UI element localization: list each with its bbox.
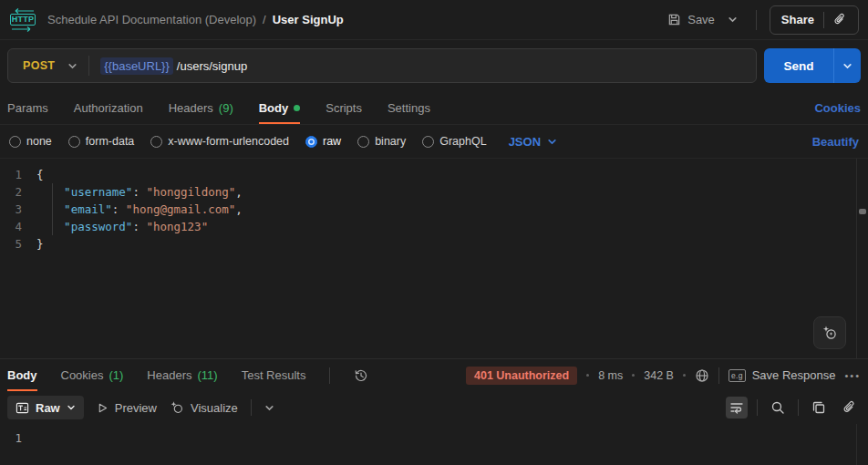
raw-view-label: Raw xyxy=(36,401,60,415)
body-modified-dot-icon xyxy=(294,105,300,111)
breadcrumb-request-name[interactable]: User SignUp xyxy=(273,13,344,26)
body-type-radio-none[interactable]: none xyxy=(9,135,52,148)
save-icon xyxy=(667,13,681,26)
send-options-chevron[interactable] xyxy=(833,48,861,83)
header-actions: Save Share xyxy=(666,5,859,35)
method-chevron-icon[interactable] xyxy=(67,61,88,71)
tab-scripts[interactable]: Scripts xyxy=(326,91,362,124)
postbot-assistant-button[interactable] xyxy=(813,316,846,349)
headers-count-badge: (9) xyxy=(219,101,233,115)
code-line: 4 "password": "hong123" xyxy=(0,218,868,235)
wrap-text-button[interactable] xyxy=(726,397,748,418)
body-type-radio-binary[interactable]: binary xyxy=(357,135,406,148)
tab-body[interactable]: Body xyxy=(259,91,301,124)
body-format-select[interactable]: JSON xyxy=(509,135,557,149)
toolbar-divider xyxy=(798,399,799,416)
save-response-button[interactable]: e.g Save Response xyxy=(728,368,836,382)
postbot-sparkle-icon xyxy=(822,325,838,341)
radio-unselected-icon[interactable] xyxy=(9,136,21,148)
radio-unselected-icon[interactable] xyxy=(357,136,369,148)
request-tabs-bar: Params Authorization Headers(9) Body Scr… xyxy=(0,91,868,125)
radio-selected-icon[interactable] xyxy=(305,136,317,148)
toolbar-divider xyxy=(757,399,758,416)
code-content: "email": "hong@gmail.com", xyxy=(36,201,243,218)
editor-scrollbar[interactable] xyxy=(856,159,868,358)
response-body-viewer[interactable]: 1 xyxy=(0,424,868,465)
tab-headers[interactable]: Headers(9) xyxy=(169,91,233,124)
chevron-down-icon xyxy=(728,15,738,25)
http-request-icon: HTTP xyxy=(9,9,36,31)
body-type-radio-group: noneform-datax-www-form-urlencodedrawbin… xyxy=(9,135,487,148)
response-history-icon[interactable] xyxy=(354,368,368,383)
response-time[interactable]: 8 ms xyxy=(598,369,623,382)
code-content: "password": "hong123" xyxy=(36,218,208,235)
body-type-radio-form-data[interactable]: form-data xyxy=(68,135,135,148)
response-code-line: 1 xyxy=(0,429,868,447)
code-content: "username": "honggildong", xyxy=(36,183,243,201)
breadcrumb-collection[interactable]: Schedule API Documentation (Develop) xyxy=(47,13,256,26)
response-scrollbar[interactable] xyxy=(856,424,868,465)
save-button[interactable]: Save xyxy=(666,9,717,30)
body-type-radio-x-www-form-urlencoded[interactable]: x-www-form-urlencoded xyxy=(150,135,289,148)
code-line: 5} xyxy=(0,235,868,253)
more-options-button[interactable]: ••• xyxy=(844,370,861,381)
tab-params[interactable]: Params xyxy=(7,91,48,124)
meta-dot-icon xyxy=(586,374,589,377)
response-view-raw-dropdown[interactable]: Raw xyxy=(7,396,84,419)
method-selector[interactable]: POST xyxy=(8,59,67,72)
send-button-label[interactable]: Send xyxy=(764,48,833,83)
line-number: 4 xyxy=(0,218,36,235)
view-options-chevron[interactable] xyxy=(264,403,274,413)
scrollbar-thumb[interactable] xyxy=(859,209,866,214)
save-options-chevron-button[interactable] xyxy=(722,11,743,28)
radio-label: none xyxy=(26,135,52,148)
radio-unselected-icon[interactable] xyxy=(422,136,434,148)
status-badge[interactable]: 401 Unauthorized xyxy=(466,367,577,385)
wrap-text-icon xyxy=(729,400,744,415)
response-tab-headers[interactable]: Headers(11) xyxy=(147,359,217,391)
indent-guide-line xyxy=(52,183,53,235)
response-headers-count-badge: (11) xyxy=(198,368,218,382)
radio-unselected-icon[interactable] xyxy=(150,136,162,148)
copy-button[interactable] xyxy=(808,397,830,418)
response-tab-cookies[interactable]: Cookies(1) xyxy=(61,359,124,391)
link-icon[interactable] xyxy=(833,13,847,26)
search-button[interactable] xyxy=(767,397,789,418)
meta-divider xyxy=(718,367,719,384)
response-toolbar-actions xyxy=(726,397,861,418)
response-tab-body[interactable]: Body xyxy=(7,359,37,391)
line-number: 2 xyxy=(0,183,36,201)
editor-lines: 1{2 "username": "honggildong",3 "email":… xyxy=(0,166,868,253)
request-body-editor[interactable]: 1{2 "username": "honggildong",3 "email":… xyxy=(0,158,868,358)
body-type-radio-GraphQL[interactable]: GraphQL xyxy=(422,135,486,148)
share-button[interactable]: Share xyxy=(770,5,859,35)
beautify-link[interactable]: Beautify xyxy=(812,135,859,149)
chevron-down-icon xyxy=(67,403,76,412)
code-content: { xyxy=(36,166,44,183)
url-path-text[interactable]: /users/signup xyxy=(177,59,247,73)
network-globe-icon[interactable] xyxy=(695,368,709,383)
breadcrumb-separator: / xyxy=(263,13,266,26)
radio-unselected-icon[interactable] xyxy=(68,136,80,148)
cookies-link[interactable]: Cookies xyxy=(814,101,861,115)
body-type-radio-raw[interactable]: raw xyxy=(305,135,341,148)
url-bar: POST {{baseURL}} /users/signup xyxy=(7,48,757,83)
code-line: 1{ xyxy=(0,166,868,183)
tab-authorization[interactable]: Authorization xyxy=(74,91,143,124)
copy-link-button[interactable] xyxy=(839,397,861,418)
response-tabs-divider xyxy=(329,367,330,384)
send-button[interactable]: Send xyxy=(764,48,861,83)
chevron-down-icon xyxy=(547,137,557,147)
tab-settings[interactable]: Settings xyxy=(388,91,430,124)
line-number: 5 xyxy=(0,235,36,253)
response-tab-test-results[interactable]: Test Results xyxy=(242,359,306,391)
url-variable-chip[interactable]: {{baseURL}} xyxy=(100,57,173,75)
top-header-bar: HTTP Schedule API Documentation (Develop… xyxy=(0,0,868,40)
radio-label: GraphQL xyxy=(439,135,486,148)
save-button-label: Save xyxy=(687,13,715,26)
preview-view-button[interactable]: Preview xyxy=(97,401,157,415)
visualize-view-button[interactable]: Visualize xyxy=(170,400,238,415)
save-response-label: Save Response xyxy=(752,368,836,382)
response-size[interactable]: 342 B xyxy=(644,369,674,382)
search-icon xyxy=(770,400,785,415)
